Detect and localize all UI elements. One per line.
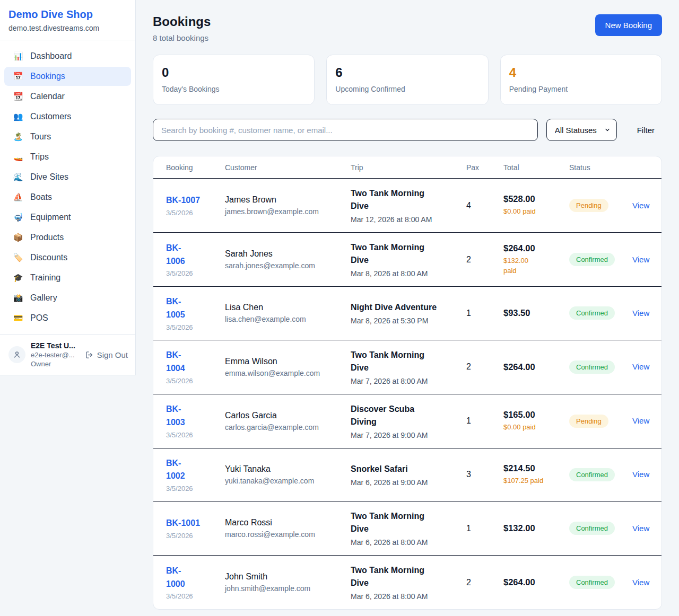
status-select[interactable]: All Statuses <box>546 119 617 141</box>
dive-sites-icon: 🌊 <box>13 172 23 182</box>
table-row: BK- 1006 3/5/2026 Sarah Jones sarah.jone… <box>153 233 661 287</box>
sidebar-item-label: Bookings <box>30 72 65 81</box>
brand-name: Demo Dive Shop <box>8 8 127 21</box>
total-amount: $264.00 <box>503 577 569 587</box>
booking-id-link[interactable]: BK-1007 <box>166 194 200 207</box>
trip-datetime: Mar 6, 2026 at 9:00 AM <box>351 478 466 487</box>
sidebar-item-pos[interactable]: 💳 POS <box>4 309 131 328</box>
status-cell: Confirmed <box>569 576 632 589</box>
view-link[interactable]: View <box>632 309 649 318</box>
booking-id-link[interactable]: BK- 1004 <box>166 349 185 375</box>
sidebar-item-gallery[interactable]: 📸 Gallery <box>4 288 131 307</box>
view-link[interactable]: View <box>632 470 649 479</box>
pos-icon: 💳 <box>13 313 23 323</box>
sidebar-item-trips[interactable]: 🚤 Trips <box>4 147 131 166</box>
total-amount: $132.00 <box>503 523 569 533</box>
total-amount: $264.00 <box>503 243 569 253</box>
sidebar-item-label: Calendar <box>30 92 65 101</box>
user-info: E2E Test U... e2e-tester@... Owner <box>31 341 80 368</box>
trip-datetime: Mar 8, 2026 at 8:00 AM <box>351 269 466 278</box>
customer-name: Sarah Jones <box>225 249 351 259</box>
boats-icon: ⛵ <box>13 192 23 202</box>
new-booking-button[interactable]: New Booking <box>595 14 662 36</box>
customer-name: Emma Wilson <box>225 357 351 366</box>
sidebar-item-equipment[interactable]: 🤿 Equipment <box>4 208 131 227</box>
pax-count: 1 <box>466 524 503 533</box>
sidebar-item-products[interactable]: 📦 Products <box>4 228 131 247</box>
view-link[interactable]: View <box>632 524 649 533</box>
column-header-total: Total <box>503 163 569 172</box>
booking-date: 3/5/2026 <box>166 592 225 600</box>
page-header: Bookings 8 total bookings New Booking <box>153 14 662 42</box>
booking-id-link[interactable]: BK-1001 <box>166 517 200 530</box>
status-cell: Pending <box>569 415 632 428</box>
trip-datetime: Mar 6, 2026 at 8:00 AM <box>351 538 466 547</box>
user-email: e2e-tester@... <box>31 351 80 359</box>
pax-count: 2 <box>466 255 503 265</box>
customer-name: Carlos Garcia <box>225 411 351 420</box>
customer-email: james.brown@example.com <box>225 207 351 216</box>
trip-datetime: Mar 12, 2026 at 8:00 AM <box>351 215 466 224</box>
stat-card-todays-bookings: 0 Today's Bookings <box>153 55 315 105</box>
booking-id-link[interactable]: BK- 1005 <box>166 295 185 322</box>
booking-id-link[interactable]: BK- 1003 <box>166 403 185 429</box>
table-row: BK- 1002 3/5/2026 Yuki Tanaka yuki.tanak… <box>153 448 661 502</box>
sidebar-item-bookings[interactable]: 📅 Bookings <box>4 67 131 86</box>
status-cell: Confirmed <box>569 522 632 535</box>
user-role: Owner <box>31 360 80 368</box>
stat-label: Today's Bookings <box>162 85 306 93</box>
total-amount: $165.00 <box>503 410 569 420</box>
booking-id-link[interactable]: BK- 1002 <box>166 457 185 483</box>
bookings-table: Booking Customer Trip Pax Total Status B… <box>153 156 662 610</box>
trip-name: Discover Scuba Diving <box>351 403 466 428</box>
sidebar-item-tours[interactable]: 🏝️ Tours <box>4 127 131 146</box>
sidebar-item-discounts[interactable]: 🏷️ Discounts <box>4 248 131 267</box>
table-body: BK-1007 3/5/2026 James Brown james.brown… <box>153 179 661 609</box>
actions-cell: View <box>632 201 649 210</box>
sidebar-item-boats[interactable]: ⛵ Boats <box>4 188 131 207</box>
trip-cell: Snorkel Safari Mar 6, 2026 at 9:00 AM <box>351 463 466 487</box>
sidebar-item-dashboard[interactable]: 📊 Dashboard <box>4 47 131 66</box>
status-badge: Confirmed <box>569 522 615 535</box>
brand-block: Demo Dive Shop demo.test.divestreams.com <box>0 0 135 40</box>
booking-id-link[interactable]: BK- 1006 <box>166 242 185 268</box>
trip-name: Two Tank Morning Dive <box>351 510 466 535</box>
sidebar-item-training[interactable]: 🎓 Training <box>4 268 131 287</box>
view-link[interactable]: View <box>632 201 649 210</box>
booking-date: 3/5/2026 <box>166 269 225 277</box>
table-row: BK-1007 3/5/2026 James Brown james.brown… <box>153 179 661 233</box>
sidebar-item-label: Boats <box>30 192 52 202</box>
search-input[interactable] <box>153 119 538 141</box>
customer-cell: Yuki Tanaka yuki.tanaka@example.com <box>225 464 351 485</box>
sidebar-item-dive-sites[interactable]: 🌊 Dive Sites <box>4 168 131 187</box>
booking-cell: BK- 1002 3/5/2026 <box>166 457 225 493</box>
person-icon <box>13 350 21 359</box>
actions-cell: View <box>632 524 649 533</box>
trip-cell: Two Tank Morning Dive Mar 6, 2026 at 8:0… <box>351 564 466 601</box>
stat-value: 4 <box>509 65 653 80</box>
customer-cell: John Smith john.smith@example.com <box>225 572 351 593</box>
total-cell: $528.00 $0.00 paid <box>503 194 569 217</box>
pax-count: 2 <box>466 578 503 587</box>
booking-id-link[interactable]: BK- 1000 <box>166 565 185 591</box>
booking-cell: BK- 1000 3/5/2026 <box>166 565 225 601</box>
actions-cell: View <box>632 309 649 318</box>
booking-cell: BK- 1005 3/5/2026 <box>166 295 225 331</box>
stat-value: 6 <box>335 65 479 80</box>
view-link[interactable]: View <box>632 578 649 587</box>
customer-name: Marco Rossi <box>225 518 351 527</box>
view-link[interactable]: View <box>632 255 649 264</box>
booking-cell: BK- 1004 3/5/2026 <box>166 349 225 385</box>
stat-card-pending-payment: 4 Pending Payment <box>500 55 662 105</box>
total-amount: $93.50 <box>503 308 569 318</box>
actions-cell: View <box>632 416 649 426</box>
table-row: BK- 1000 3/5/2026 John Smith john.smith@… <box>153 556 661 609</box>
sidebar-item-customers[interactable]: 👥 Customers <box>4 107 131 126</box>
filter-button[interactable]: Filter <box>630 126 662 135</box>
trip-datetime: Mar 7, 2026 at 9:00 AM <box>351 431 466 439</box>
sidebar-item-calendar[interactable]: 📆 Calendar <box>4 87 131 106</box>
sign-out-button[interactable]: Sign Out <box>85 350 128 359</box>
view-link[interactable]: View <box>632 416 649 425</box>
view-link[interactable]: View <box>632 362 649 371</box>
trip-cell: Night Dive Adventure Mar 8, 2026 at 5:30… <box>351 301 466 325</box>
